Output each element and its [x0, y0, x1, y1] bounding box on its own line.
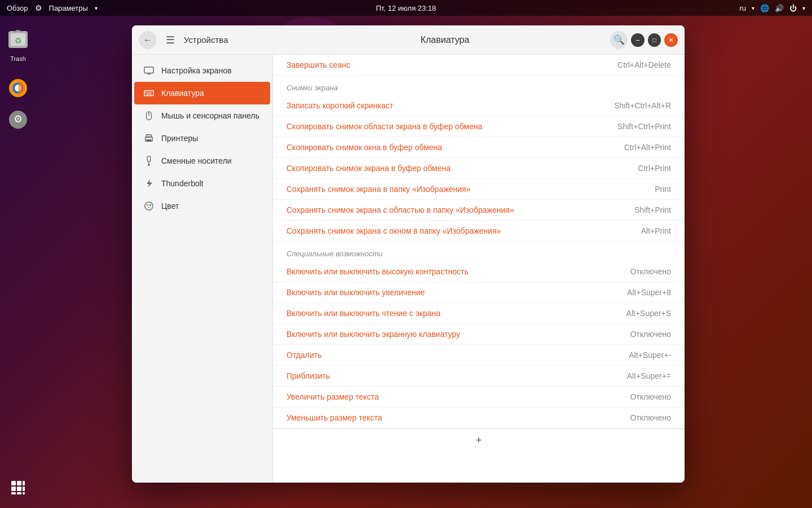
monitor-icon	[143, 65, 155, 76]
shortcut-row-copy-screen[interactable]: Скопировать снимок экрана в буфер обмена…	[273, 158, 685, 179]
add-shortcut-button[interactable]: +	[273, 428, 685, 452]
svg-rect-22	[147, 92, 148, 93]
apps-grid-button[interactable]	[5, 474, 32, 501]
back-button[interactable]: ←	[139, 31, 157, 49]
lang-label[interactable]: ru	[739, 4, 746, 12]
svg-rect-25	[146, 94, 152, 94]
shortcut-row-copy-window[interactable]: Скопировать снимок окна в буфер обмена C…	[273, 137, 685, 158]
section-title: Устройства	[184, 35, 228, 45]
header-nav: ← ☰ Устройства	[139, 31, 280, 49]
shortcut-row-copy-area[interactable]: Скопировать снимок области экрана в буфе…	[273, 116, 685, 137]
svg-point-35	[147, 204, 148, 206]
shortcut-row-text-bigger[interactable]: Увеличить размер текста Отключено	[273, 387, 685, 408]
shortcut-row-zoom-toggle[interactable]: Включить или выключить увеличение Alt+Su…	[273, 282, 685, 303]
sidebar-item-printers[interactable]: Принтеры	[134, 127, 270, 150]
svg-rect-23	[149, 92, 150, 93]
system-settings-icon[interactable]: ⚙	[5, 106, 32, 133]
shortcut-row-osk[interactable]: Включить или выключить экранную клавиату…	[273, 324, 685, 345]
svg-rect-11	[11, 487, 16, 491]
svg-rect-31	[147, 156, 150, 161]
sidebar: Настройка экранов Клавиатура	[132, 55, 273, 483]
svg-rect-10	[23, 481, 25, 485]
sidebar-item-removable[interactable]: Сменные носители	[134, 150, 270, 172]
svg-text:♻: ♻	[15, 36, 22, 45]
shortcut-row-text-smaller[interactable]: Уменьшить размер текста Отключено	[273, 408, 685, 428]
mouse-icon	[143, 110, 155, 121]
printer-icon	[143, 133, 155, 144]
lang-dropdown-icon[interactable]: ▾	[752, 5, 754, 11]
settings-menu-label[interactable]: Параметры	[49, 4, 88, 12]
sidebar-item-removable-label: Сменные носители	[161, 156, 232, 165]
settings-icon: ⚙	[35, 3, 42, 12]
maximize-button[interactable]: □	[648, 33, 661, 47]
topbar: Обзор ⚙ Параметры ▾ Пт, 12 июля 23:18 ru…	[0, 0, 812, 16]
section-screenshots: Снимки экрана	[273, 76, 685, 95]
settings-window: ← ☰ Устройства Клавиатура 🔍 – □ ✕	[132, 25, 685, 483]
sidebar-item-printers-label: Принтеры	[161, 134, 198, 143]
shortcut-row-screen-reader[interactable]: Включить или выключить чтение с экрана A…	[273, 303, 685, 324]
sidebar-item-color[interactable]: Цвет	[134, 195, 270, 217]
svg-rect-30	[147, 139, 152, 142]
shortcut-row-save-area[interactable]: Сохранять снимок экрана с областью в пап…	[273, 200, 685, 221]
svg-rect-17	[144, 67, 153, 73]
topbar-left: Обзор ⚙ Параметры ▾	[7, 3, 98, 12]
topbar-datetime: Пт, 12 июля 23:18	[376, 4, 436, 12]
minimize-button[interactable]: –	[631, 33, 645, 47]
sidebar-item-keyboard-label: Клавиатура	[161, 89, 204, 98]
svg-point-36	[149, 204, 151, 206]
shortcut-row-zoom-out[interactable]: Отдалить Alt+Super+-	[273, 345, 685, 366]
svg-rect-14	[11, 492, 16, 494]
keyboard-icon	[143, 87, 155, 99]
window-controls: 🔍 – □ ✕	[610, 31, 678, 49]
shortcut-row-zoom-in[interactable]: Приблизить Alt+Super+=	[273, 366, 685, 387]
sidebar-item-color-label: Цвет	[161, 202, 179, 211]
svg-rect-21	[145, 92, 147, 93]
svg-rect-9	[17, 481, 21, 485]
svg-point-37	[148, 207, 150, 208]
sidebar-item-mouse[interactable]: Мышь и сенсорная панель	[134, 104, 270, 127]
window-header: ← ☰ Устройства Клавиатура 🔍 – □ ✕	[132, 25, 685, 55]
search-button[interactable]: 🔍	[610, 31, 628, 49]
window-title: Клавиатура	[284, 35, 606, 45]
content-area: Завершить сеанс Ctrl+Alt+Delete Снимки э…	[273, 55, 685, 483]
color-icon	[143, 200, 155, 212]
section-accessibility: Специальные возможности	[273, 242, 685, 261]
svg-point-34	[145, 202, 153, 210]
svg-point-33	[148, 164, 150, 166]
trash-icon[interactable]: ♻ Trash	[1, 23, 35, 65]
shortcut-row-save-window[interactable]: Сохранять снимок экрана с окном в папку …	[273, 221, 685, 242]
sidebar-item-thunderbolt[interactable]: Thunderbolt	[134, 172, 270, 195]
sidebar-item-thunderbolt-label: Thunderbolt	[161, 179, 204, 188]
shortcut-row-session[interactable]: Завершить сеанс Ctrl+Alt+Delete	[273, 55, 685, 76]
svg-rect-8	[11, 481, 16, 485]
sidebar-item-screens[interactable]: Настройка экранов	[134, 59, 270, 82]
left-dock: ♻ Trash ⚙	[0, 16, 36, 508]
svg-rect-15	[17, 492, 21, 494]
sidebar-item-mouse-label: Мышь и сенсорная панель	[161, 111, 259, 120]
settings-dropdown-icon[interactable]: ▾	[95, 5, 98, 11]
svg-rect-16	[23, 492, 25, 494]
svg-text:⚙: ⚙	[14, 113, 23, 125]
menu-button[interactable]: ☰	[161, 31, 179, 49]
sidebar-item-keyboard[interactable]: Клавиатура	[134, 82, 270, 104]
svg-rect-24	[151, 92, 152, 93]
overview-label[interactable]: Обзор	[7, 4, 28, 12]
volume-icon[interactable]: 🔊	[775, 4, 784, 12]
shortcut-row-screencast[interactable]: Записать короткий скринкаст Shift+Ctrl+A…	[273, 95, 685, 116]
svg-rect-13	[23, 487, 25, 491]
topbar-right: ru ▾ 🌐 🔊 ⏻ ▾	[739, 4, 805, 12]
svg-rect-20	[144, 91, 153, 96]
sidebar-item-screens-label: Настройка экранов	[161, 66, 232, 75]
power-icon[interactable]: ⏻	[789, 4, 797, 12]
thunderbolt-icon	[143, 178, 155, 189]
close-button[interactable]: ✕	[664, 33, 678, 47]
usb-icon	[143, 155, 155, 167]
power-dropdown-icon[interactable]: ▾	[802, 5, 805, 11]
firefox-icon[interactable]	[5, 75, 32, 102]
shortcut-row-high-contrast[interactable]: Включить или выключить высокую контрастн…	[273, 261, 685, 282]
network-icon[interactable]: 🌐	[760, 4, 769, 12]
svg-rect-12	[17, 487, 21, 491]
window-body: Настройка экранов Клавиатура	[132, 55, 685, 483]
shortcut-row-save-screen[interactable]: Сохранять снимок экрана в папку «Изображ…	[273, 179, 685, 200]
